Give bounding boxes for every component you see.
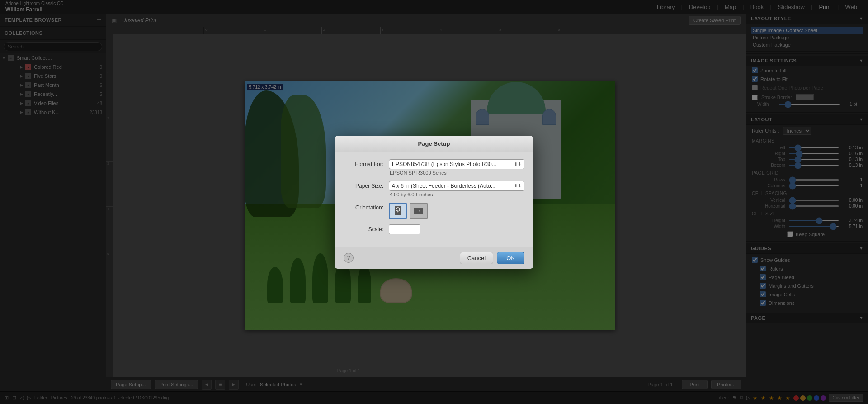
page-setup-dialog: Page Setup Format For: EPSON85473B (Epso… [335,136,533,269]
modal-action-buttons: Cancel OK [460,252,524,264]
orientation-landscape-button[interactable]: → [410,203,428,219]
paper-size-field: 4 x 6 in (Sheet Feeder - Borderless (Aut… [389,181,524,197]
format-for-dropdown[interactable]: EPSON85473B (Epson Stylus Photo R30... ⬆… [389,159,524,169]
dropdown-chevron-icon: ⬆⬇ [514,162,521,166]
cancel-button[interactable]: Cancel [460,252,493,264]
orientation-buttons: ↑ → [389,203,428,219]
format-for-sub: EPSON SP R3000 Series [389,170,524,176]
modal-title: Page Setup [335,136,533,152]
scale-input[interactable]: 100% [389,224,420,234]
format-for-row: Format For: EPSON85473B (Epson Stylus Ph… [344,159,524,176]
help-button[interactable]: ? [344,253,354,263]
paper-size-value: 4 x 6 in (Sheet Feeder - Borderless (Aut… [392,183,495,189]
paper-size-dropdown[interactable]: 4 x 6 in (Sheet Feeder - Borderless (Aut… [389,181,524,191]
modal-overlay: Page Setup Format For: EPSON85473B (Epso… [0,0,868,404]
format-for-label: Format For: [344,161,389,167]
paper-size-label: Paper Size: [344,183,389,189]
modal-body: Format For: EPSON85473B (Epson Stylus Ph… [335,152,533,247]
orientation-label: Orientation: [344,204,389,211]
ok-button[interactable]: OK [497,252,524,264]
format-for-field: EPSON85473B (Epson Stylus Photo R30... ⬆… [389,159,524,176]
svg-text:→: → [416,208,421,213]
paper-size-sub: 4.00 by 6.00 inches [389,192,524,197]
scale-label: Scale: [344,226,389,233]
format-for-value: EPSON85473B (Epson Stylus Photo R30... [392,161,496,167]
orientation-row: Orientation: ↑ → [344,203,524,219]
scale-row: Scale: 100% [344,224,524,234]
paper-size-row: Paper Size: 4 x 6 in (Sheet Feeder - Bor… [344,181,524,197]
orientation-portrait-button[interactable]: ↑ [389,203,407,219]
modal-footer: ? Cancel OK [335,247,533,269]
paper-size-chevron-icon: ⬆⬇ [514,183,521,188]
